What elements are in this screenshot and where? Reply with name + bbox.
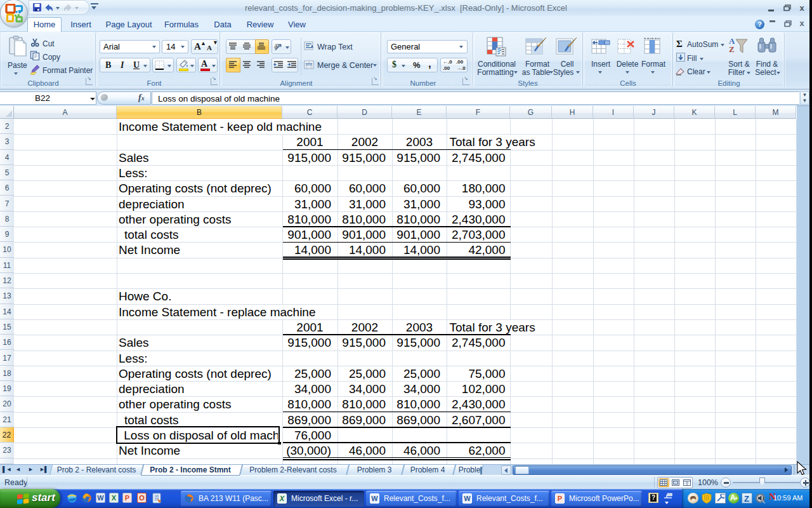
svg-text:Z: Z [729,44,735,54]
svg-text:ab: ab [274,42,280,50]
